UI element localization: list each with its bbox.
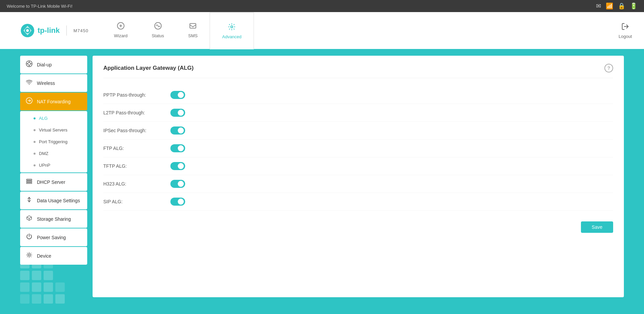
logout-button[interactable]: Logout <box>606 22 644 39</box>
sidebar-subitem-upnp-label: UPnP <box>39 163 50 168</box>
toggle-pptp[interactable] <box>170 91 185 99</box>
svg-point-17 <box>28 254 30 256</box>
sidebar-subitem-alg[interactable]: ALG <box>20 112 87 124</box>
toggle-ftp[interactable] <box>170 144 185 152</box>
battery-topbar-icon[interactable]: 🔋 <box>630 2 637 10</box>
tab-advanced-label: Advanced <box>222 34 241 39</box>
form-row-ipsec: IPSec Pass-through: <box>103 122 613 140</box>
sidebar-item-nat[interactable]: NAT Forwarding <box>20 93 87 110</box>
toggle-ipsec[interactable] <box>170 126 185 135</box>
toggle-thumb-sip <box>178 199 184 205</box>
sidebar-subitem-dmz[interactable]: DMZ <box>20 148 87 159</box>
save-btn-row: Save <box>103 221 613 233</box>
device-icon <box>25 252 33 260</box>
sms-icon <box>189 22 197 32</box>
label-sip: SIP ALG: <box>103 199 170 204</box>
sidebar-item-dialup-label: Dial-up <box>37 62 52 67</box>
sidebar-item-power-label: Power Saving <box>37 235 66 240</box>
toggle-rows: PPTP Pass-through:L2TP Pass-through:IPSe… <box>103 86 613 211</box>
svg-rect-15 <box>26 181 32 182</box>
sidebar-item-device[interactable]: Device <box>20 247 87 265</box>
toggle-thumb-ftp <box>178 145 184 151</box>
sidebar: Dial-up Wireless NAT Forwarding <box>20 56 87 297</box>
svg-rect-16 <box>26 182 32 184</box>
content-header: Application Layer Gateway (ALG) ? <box>103 64 613 78</box>
advanced-icon <box>228 23 236 33</box>
data-usage-icon <box>25 196 33 205</box>
tab-status-label: Status <box>152 33 164 38</box>
sidebar-item-storage-label: Storage Sharing <box>37 216 71 222</box>
sidebar-item-data-usage[interactable]: Data Usage Settings <box>20 192 87 209</box>
logo-model: M7450 <box>73 28 89 33</box>
logo-brand: tp-link <box>38 27 60 34</box>
sidebar-item-wireless-label: Wireless <box>37 81 55 86</box>
logo-text: tp-link <box>38 27 60 34</box>
storage-icon <box>25 215 33 223</box>
tab-wizard-label: Wizard <box>114 33 127 38</box>
label-ftp: FTP ALG: <box>103 146 170 151</box>
sidebar-item-data-usage-label: Data Usage Settings <box>37 198 80 203</box>
tab-sms[interactable]: SMS <box>176 12 210 49</box>
power-icon <box>25 233 33 242</box>
sidebar-item-nat-label: NAT Forwarding <box>37 99 71 104</box>
form-row-tftp: TFTP ALG: <box>103 157 613 175</box>
logo-divider <box>66 25 67 36</box>
toggle-thumb-tftp <box>178 163 184 169</box>
virtual-dot <box>34 129 36 131</box>
toggle-l2tp[interactable] <box>170 109 185 117</box>
sidebar-subitems-nat: ALG Virtual Servers Port Triggering DMZ … <box>20 111 87 172</box>
toggle-thumb-h323 <box>178 181 184 187</box>
save-button[interactable]: Save <box>581 221 613 233</box>
topbar-icons: ✉ 📶 🔒 🔋 <box>596 2 637 10</box>
toggle-h323[interactable] <box>170 180 185 188</box>
form-row-h323: H323 ALG: <box>103 175 613 193</box>
dmz-dot <box>34 153 36 155</box>
wifi-topbar-icon[interactable]: 📶 <box>606 2 613 10</box>
sidebar-item-dhcp[interactable]: DHCP Server <box>20 173 87 191</box>
wizard-icon <box>117 22 125 32</box>
lock-topbar-icon[interactable]: 🔒 <box>618 2 625 10</box>
sidebar-subitem-virtual-label: Virtual Servers <box>39 127 67 133</box>
tab-sms-label: SMS <box>188 33 198 38</box>
tplink-logo-icon <box>20 23 35 38</box>
sidebar-item-dialup[interactable]: Dial-up <box>20 56 87 73</box>
label-ipsec: IPSec Pass-through: <box>103 128 170 133</box>
logout-label: Logout <box>619 34 632 39</box>
label-tftp: TFTP ALG: <box>103 163 170 169</box>
form-row-ftp: FTP ALG: <box>103 140 613 157</box>
label-pptp: PPTP Pass-through: <box>103 92 170 98</box>
sidebar-subitem-upnp[interactable]: UPnP <box>20 159 87 171</box>
form-row-l2tp: L2TP Pass-through: <box>103 104 613 122</box>
sidebar-subitem-port-triggering[interactable]: Port Triggering <box>20 136 87 148</box>
toggle-tftp[interactable] <box>170 162 185 170</box>
svg-point-6 <box>231 26 233 28</box>
sidebar-item-dhcp-label: DHCP Server <box>37 179 65 185</box>
tab-status[interactable]: Status <box>140 12 176 49</box>
sidebar-item-power[interactable]: Power Saving <box>20 228 87 246</box>
tab-advanced[interactable]: Advanced <box>210 12 254 49</box>
logout-icon <box>621 22 629 33</box>
nav-tabs: Wizard Status SMS Advanced <box>102 12 606 49</box>
toggle-thumb-pptp <box>178 92 184 98</box>
status-icon <box>154 22 162 32</box>
wireless-icon <box>25 79 33 87</box>
svg-rect-14 <box>26 179 32 180</box>
alg-dot <box>34 117 36 119</box>
logo-area: tp-link M7450 <box>20 23 89 38</box>
email-topbar-icon[interactable]: ✉ <box>596 2 601 10</box>
main-container: Dial-up Wireless NAT Forwarding <box>0 49 644 304</box>
sidebar-item-storage[interactable]: Storage Sharing <box>20 210 87 228</box>
sidebar-subitem-alg-label: ALG <box>39 116 48 121</box>
tab-wizard[interactable]: Wizard <box>102 12 140 49</box>
upnp-dot <box>34 164 36 166</box>
topbar-title: Welcome to TP-Link Mobile Wi-Fi! <box>7 4 72 9</box>
help-icon[interactable]: ? <box>604 64 613 72</box>
sidebar-item-wireless[interactable]: Wireless <box>20 74 87 92</box>
topbar: Welcome to TP-Link Mobile Wi-Fi! ✉ 📶 🔒 🔋 <box>0 0 644 12</box>
toggle-sip[interactable] <box>170 198 185 206</box>
sidebar-item-device-label: Device <box>37 253 51 259</box>
sidebar-subitem-dmz-label: DMZ <box>39 151 48 156</box>
sidebar-subitem-virtual-servers[interactable]: Virtual Servers <box>20 124 87 136</box>
svg-point-8 <box>28 62 31 65</box>
form-row-pptp: PPTP Pass-through: <box>103 86 613 104</box>
